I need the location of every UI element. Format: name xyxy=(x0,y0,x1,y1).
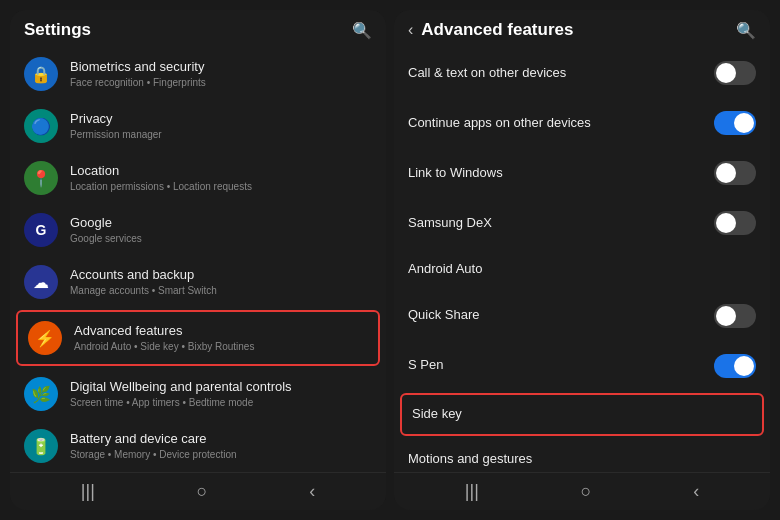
right-item-quick-share[interactable]: Quick Share xyxy=(394,291,770,341)
item-title-google: Google xyxy=(70,215,372,232)
item-title-biometrics: Biometrics and security xyxy=(70,59,372,76)
right-back-icon[interactable]: ‹ xyxy=(408,21,413,39)
right-item-label-android-auto: Android Auto xyxy=(408,261,756,278)
right-item-s-pen[interactable]: S Pen xyxy=(394,341,770,391)
item-icon-wellbeing: 🌿 xyxy=(24,377,58,411)
toggle-call-text[interactable] xyxy=(714,61,756,85)
right-panel: ‹ Advanced features 🔍 Call & text on oth… xyxy=(394,10,770,510)
left-bottom-nav: ||| ○ ‹ xyxy=(10,472,386,510)
right-item-motions[interactable]: Motions and gestures xyxy=(394,438,770,472)
item-title-privacy: Privacy xyxy=(70,111,372,128)
item-subtitle-google: Google services xyxy=(70,233,372,245)
item-title-battery: Battery and device care xyxy=(70,431,372,448)
right-bottom-nav: ||| ○ ‹ xyxy=(394,472,770,510)
left-header: Settings 🔍 xyxy=(10,10,386,46)
right-header: ‹ Advanced features 🔍 xyxy=(394,10,770,46)
right-item-label-link-windows: Link to Windows xyxy=(408,165,714,182)
settings-item-google[interactable]: GGoogleGoogle services xyxy=(10,204,386,256)
item-subtitle-battery: Storage • Memory • Device protection xyxy=(70,449,372,461)
item-title-wellbeing: Digital Wellbeing and parental controls xyxy=(70,379,372,396)
item-subtitle-location: Location permissions • Location requests xyxy=(70,181,372,193)
phone-container: Settings 🔍 🔒Biometrics and securityFace … xyxy=(0,0,780,520)
right-title: Advanced features xyxy=(421,20,573,40)
right-item-samsung-dex[interactable]: Samsung DeX xyxy=(394,198,770,248)
item-icon-battery: 🔋 xyxy=(24,429,58,463)
toggle-knob-quick-share xyxy=(716,306,736,326)
toggle-knob-continue-apps xyxy=(734,113,754,133)
settings-item-accounts[interactable]: ☁Accounts and backupManage accounts • Sm… xyxy=(10,256,386,308)
item-icon-accounts: ☁ xyxy=(24,265,58,299)
right-item-label-s-pen: S Pen xyxy=(408,357,714,374)
settings-item-privacy[interactable]: 🔵PrivacyPermission manager xyxy=(10,100,386,152)
left-header-icons: 🔍 xyxy=(352,21,372,40)
item-subtitle-wellbeing: Screen time • App timers • Bedtime mode xyxy=(70,397,372,409)
right-item-label-call-text: Call & text on other devices xyxy=(408,65,714,82)
toggle-knob-s-pen xyxy=(734,356,754,376)
right-header-icons: 🔍 xyxy=(736,21,756,40)
right-item-label-continue-apps: Continue apps on other devices xyxy=(408,115,714,132)
settings-item-location[interactable]: 📍LocationLocation permissions • Location… xyxy=(10,152,386,204)
item-title-accounts: Accounts and backup xyxy=(70,267,372,284)
item-subtitle-accounts: Manage accounts • Smart Switch xyxy=(70,285,372,297)
item-icon-location: 📍 xyxy=(24,161,58,195)
right-item-call-text[interactable]: Call & text on other devices xyxy=(394,48,770,98)
search-icon[interactable]: 🔍 xyxy=(352,21,372,40)
right-item-label-samsung-dex: Samsung DeX xyxy=(408,215,714,232)
item-icon-biometrics: 🔒 xyxy=(24,57,58,91)
nav-back-icon[interactable]: ‹ xyxy=(309,481,315,502)
settings-item-advanced[interactable]: ⚡Advanced featuresAndroid Auto • Side ke… xyxy=(16,310,380,366)
item-subtitle-biometrics: Face recognition • Fingerprints xyxy=(70,77,372,89)
item-icon-privacy: 🔵 xyxy=(24,109,58,143)
toggle-s-pen[interactable] xyxy=(714,354,756,378)
toggle-link-windows[interactable] xyxy=(714,161,756,185)
settings-item-biometrics[interactable]: 🔒Biometrics and securityFace recognition… xyxy=(10,48,386,100)
item-subtitle-privacy: Permission manager xyxy=(70,129,372,141)
item-subtitle-advanced: Android Auto • Side key • Bixby Routines xyxy=(74,341,368,353)
settings-list: 🔒Biometrics and securityFace recognition… xyxy=(10,46,386,472)
right-nav-back-icon[interactable]: ‹ xyxy=(693,481,699,502)
right-item-label-quick-share: Quick Share xyxy=(408,307,714,324)
right-nav-home-icon[interactable]: ○ xyxy=(581,481,592,502)
right-item-label-motions: Motions and gestures xyxy=(408,451,756,468)
toggle-knob-link-windows xyxy=(716,163,736,183)
left-title: Settings xyxy=(24,20,91,40)
right-item-android-auto[interactable]: Android Auto xyxy=(394,248,770,291)
settings-item-wellbeing[interactable]: 🌿Digital Wellbeing and parental controls… xyxy=(10,368,386,420)
right-item-label-side-key: Side key xyxy=(412,406,752,423)
right-item-continue-apps[interactable]: Continue apps on other devices xyxy=(394,98,770,148)
item-title-advanced: Advanced features xyxy=(74,323,368,340)
right-item-side-key[interactable]: Side key xyxy=(400,393,764,436)
right-search-icon[interactable]: 🔍 xyxy=(736,21,756,40)
settings-item-battery[interactable]: 🔋Battery and device careStorage • Memory… xyxy=(10,420,386,472)
item-title-location: Location xyxy=(70,163,372,180)
item-icon-google: G xyxy=(24,213,58,247)
nav-menu-icon[interactable]: ||| xyxy=(81,481,95,502)
toggle-samsung-dex[interactable] xyxy=(714,211,756,235)
toggle-knob-call-text xyxy=(716,63,736,83)
toggle-knob-samsung-dex xyxy=(716,213,736,233)
item-icon-advanced: ⚡ xyxy=(28,321,62,355)
toggle-continue-apps[interactable] xyxy=(714,111,756,135)
left-panel: Settings 🔍 🔒Biometrics and securityFace … xyxy=(10,10,386,510)
nav-home-icon[interactable]: ○ xyxy=(197,481,208,502)
toggle-quick-share[interactable] xyxy=(714,304,756,328)
right-item-link-windows[interactable]: Link to Windows xyxy=(394,148,770,198)
right-nav-menu-icon[interactable]: ||| xyxy=(465,481,479,502)
right-header-left: ‹ Advanced features xyxy=(408,20,573,40)
right-settings-list: Call & text on other devicesContinue app… xyxy=(394,46,770,472)
